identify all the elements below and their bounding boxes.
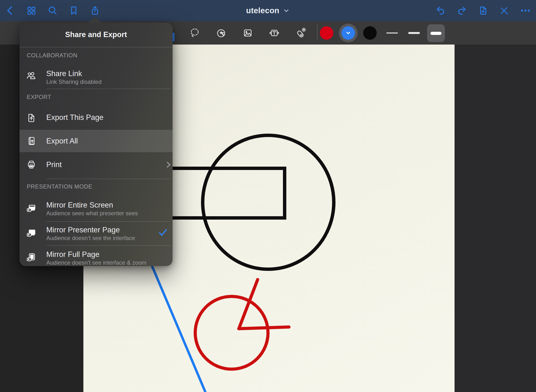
laser-pointer-icon[interactable] (295, 27, 307, 39)
chevron-right-icon (165, 161, 172, 168)
section-label-export: EXPORT (27, 93, 168, 101)
lasso-icon[interactable] (189, 27, 201, 39)
menu-item-title: Mirror Entire Screen (46, 201, 173, 210)
people-icon (26, 71, 37, 82)
toolbar-divider (317, 25, 317, 39)
mirror-full-page-icon (26, 252, 37, 263)
stroke-width-medium[interactable] (408, 32, 420, 34)
section-label-presentation-mode: PRESENTATION MODE (27, 182, 168, 191)
sticker-icon[interactable] (215, 27, 227, 39)
chevron-down-icon (283, 7, 290, 14)
menu-item-title: Export All (46, 137, 173, 146)
menu-item-title: Export This Page (46, 113, 173, 122)
popover-arrow (88, 17, 102, 23)
stroke-width-thick-selected[interactable] (427, 24, 445, 42)
mirror-entire-screen-icon (26, 203, 37, 214)
image-icon[interactable] (242, 27, 254, 39)
menu-item-print[interactable]: Print (20, 152, 173, 177)
menu-item-title: Mirror Presenter Page (46, 225, 173, 235)
stroke-width-thin[interactable] (386, 33, 398, 33)
more-icon[interactable] (520, 5, 531, 16)
popover-title: Share and Export (20, 23, 173, 47)
color-swatch-black[interactable] (363, 26, 377, 40)
add-page-icon[interactable] (477, 5, 489, 16)
menu-item-subtitle: Audience sees what presenter sees (46, 210, 173, 217)
export-all-icon (26, 136, 37, 147)
menu-item-subtitle: Link Sharing disabled (46, 78, 173, 85)
share-export-popover: Share and Export COLLABORATION Share Lin… (20, 23, 173, 266)
menu-item-export-this-page[interactable]: Export This Page (20, 106, 173, 129)
document-title: utelecon (246, 6, 279, 15)
redo-icon[interactable] (456, 5, 468, 16)
undo-icon[interactable] (435, 5, 446, 16)
color-swatch-blue-selected[interactable] (339, 24, 358, 42)
color-swatch-red[interactable] (320, 26, 333, 40)
menu-item-subtitle: Audience doesn't see interface & zoom (46, 259, 173, 266)
menu-item-title: Mirror Full Page (46, 250, 173, 259)
menu-item-title: Share Link (46, 69, 173, 78)
pen-cross-icon[interactable] (498, 5, 510, 16)
top-navigation-bar: utelecon (0, 0, 536, 21)
text-icon[interactable] (268, 27, 280, 39)
canvas-background-right (455, 45, 536, 392)
app-screen: utelecon Share and Export (0, 0, 536, 392)
export-page-icon (26, 112, 37, 124)
checkmark-icon (159, 229, 167, 236)
menu-item-subtitle: Audience doesn’t see the interface (46, 235, 173, 242)
menu-item-export-all[interactable]: Export All (20, 130, 173, 152)
chevron-down-icon (345, 30, 351, 36)
menu-item-mirror-full-page[interactable]: Mirror Full Page Audience doesn't see in… (20, 242, 173, 266)
printer-icon (26, 159, 37, 170)
mirror-presenter-page-icon (26, 228, 37, 239)
menu-item-title: Print (46, 160, 173, 169)
section-label-collaboration: COLLABORATION (27, 51, 168, 60)
